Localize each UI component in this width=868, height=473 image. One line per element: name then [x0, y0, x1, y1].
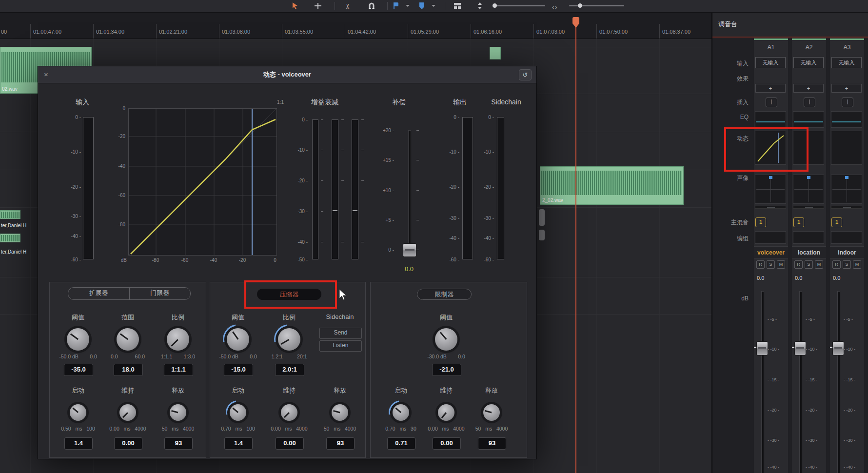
- compressor-ratio-value[interactable]: 2.0:1: [275, 364, 304, 376]
- limiter-attack-knob[interactable]: [393, 404, 409, 421]
- selection-cursor-icon[interactable]: [292, 2, 299, 10]
- dynamics-cell[interactable]: [831, 131, 862, 165]
- audio-clip[interactable]: 2_02.wav: [540, 166, 684, 205]
- track-name[interactable]: location: [792, 246, 826, 258]
- add-effect-button[interactable]: +: [755, 84, 786, 93]
- compressor-hold-value[interactable]: 0.00: [276, 437, 304, 450]
- volume-fader-track[interactable]: [837, 291, 840, 473]
- close-icon[interactable]: ×: [44, 66, 48, 83]
- limiter-threshold-knob[interactable]: [435, 328, 457, 351]
- eq-cell[interactable]: [831, 111, 862, 128]
- razor-icon[interactable]: [345, 2, 351, 11]
- pan-cell[interactable]: [793, 175, 824, 204]
- compressor-threshold-knob[interactable]: [227, 328, 249, 351]
- mute-button[interactable]: M: [777, 260, 785, 269]
- track-name[interactable]: voiceover: [754, 246, 788, 258]
- eq-cell[interactable]: [793, 111, 824, 128]
- makeup-fader-handle[interactable]: [403, 243, 416, 257]
- trim-edit-icon[interactable]: [315, 2, 321, 9]
- compressor-release-knob[interactable]: [332, 404, 348, 421]
- expander-ratio-value[interactable]: 1:1.1: [164, 364, 193, 376]
- compressor-release-value[interactable]: 93: [326, 437, 355, 450]
- flag-icon[interactable]: [393, 2, 399, 10]
- add-effect-button[interactable]: +: [831, 84, 862, 93]
- add-effect-button[interactable]: +: [793, 84, 824, 93]
- makeup-fader-track[interactable]: [408, 130, 411, 254]
- limiter-hold-knob[interactable]: [438, 404, 454, 421]
- reset-icon[interactable]: ↺: [519, 69, 532, 80]
- scroll-slider-handle[interactable]: [578, 3, 582, 8]
- pan-cell[interactable]: [831, 175, 862, 204]
- mute-button[interactable]: M: [853, 260, 861, 269]
- tab-gate[interactable]: 门限器: [130, 288, 191, 299]
- expander-threshold-value[interactable]: -35.0: [64, 364, 93, 376]
- record-arm-button[interactable]: R: [756, 260, 765, 269]
- expander-hold-knob[interactable]: [119, 404, 136, 421]
- insert-button[interactable]: [804, 98, 815, 107]
- group-cell[interactable]: [831, 231, 862, 244]
- record-arm-button[interactable]: R: [794, 260, 803, 269]
- bus-assign-button[interactable]: 1: [755, 217, 766, 227]
- compressor-threshold-value[interactable]: -15.0: [224, 364, 253, 376]
- limiter-hold-value[interactable]: 0.00: [433, 437, 461, 450]
- compressor-ratio-knob[interactable]: [278, 328, 300, 351]
- volume-fader-track[interactable]: [799, 291, 802, 473]
- dialog-titlebar[interactable]: × 动态 - voiceover ↺: [38, 66, 536, 83]
- zoom-slider-handle[interactable]: [493, 3, 497, 8]
- solo-button[interactable]: S: [843, 260, 851, 269]
- mute-button[interactable]: M: [815, 260, 823, 269]
- tab-expander[interactable]: 扩展器: [68, 288, 129, 299]
- pan-strip[interactable]: [793, 206, 824, 209]
- timeline-ruler[interactable]: 00 01:00:47:00 01:01:34:00 01:02:21:00 0…: [0, 12, 711, 39]
- solo-button[interactable]: S: [805, 260, 813, 269]
- eq-cell[interactable]: [755, 111, 786, 128]
- timeline-view-options-icon[interactable]: [454, 2, 462, 9]
- limiter-release-value[interactable]: 93: [478, 437, 506, 450]
- expander-range-knob[interactable]: [117, 328, 139, 351]
- audio-clip[interactable]: [0, 210, 20, 219]
- input-select[interactable]: 无输入: [831, 57, 862, 68]
- snap-magnet-icon[interactable]: [368, 2, 375, 10]
- expander-attack-value[interactable]: 1.4: [64, 437, 93, 450]
- track-height-icon[interactable]: [476, 2, 483, 10]
- audio-clip[interactable]: [490, 47, 501, 59]
- solo-button[interactable]: S: [767, 260, 775, 269]
- group-cell[interactable]: [755, 231, 786, 244]
- volume-fader-handle[interactable]: [756, 341, 768, 355]
- insert-button[interactable]: [766, 98, 777, 107]
- transfer-curve-graph[interactable]: [128, 108, 277, 256]
- compressor-hold-knob[interactable]: [281, 404, 297, 421]
- sidechain-send-button[interactable]: Send: [319, 328, 362, 339]
- bus-assign-button[interactable]: 1: [793, 217, 804, 227]
- expander-hold-value[interactable]: 0.00: [114, 437, 142, 450]
- pan-strip[interactable]: [831, 206, 862, 209]
- bus-assign-button[interactable]: 1: [831, 217, 842, 227]
- volume-fader-handle[interactable]: [832, 341, 844, 355]
- expander-release-value[interactable]: 93: [164, 437, 193, 450]
- group-cell[interactable]: [793, 231, 824, 244]
- volume-fader-handle[interactable]: [794, 341, 806, 355]
- limiter-button[interactable]: 限制器: [417, 289, 472, 300]
- expander-ratio-knob[interactable]: [167, 328, 189, 351]
- expander-attack-knob[interactable]: [70, 404, 86, 421]
- limiter-threshold-value[interactable]: -21.0: [432, 364, 461, 376]
- volume-fader-track[interactable]: [761, 291, 764, 473]
- marker-dropdown-icon[interactable]: [432, 5, 435, 7]
- flag-dropdown-icon[interactable]: [406, 5, 410, 7]
- horizontal-zoom-icon[interactable]: [552, 2, 558, 11]
- input-select[interactable]: 无输入: [755, 57, 786, 68]
- pan-cell[interactable]: [755, 175, 786, 204]
- expander-threshold-knob[interactable]: [67, 328, 89, 351]
- zoom-slider-track[interactable]: [493, 5, 545, 6]
- insert-button[interactable]: [842, 98, 853, 107]
- expander-range-value[interactable]: 18.0: [114, 364, 143, 376]
- playhead-pin[interactable]: [571, 17, 581, 30]
- scroll-slider-track[interactable]: [569, 5, 624, 6]
- compressor-attack-knob[interactable]: [230, 404, 246, 421]
- track-name[interactable]: indoor: [830, 246, 864, 258]
- playhead-line[interactable]: [575, 27, 576, 473]
- limiter-release-knob[interactable]: [483, 404, 500, 421]
- marker-icon[interactable]: [418, 2, 425, 10]
- sidechain-listen-button[interactable]: Listen: [319, 340, 362, 352]
- input-select[interactable]: 无输入: [793, 57, 824, 68]
